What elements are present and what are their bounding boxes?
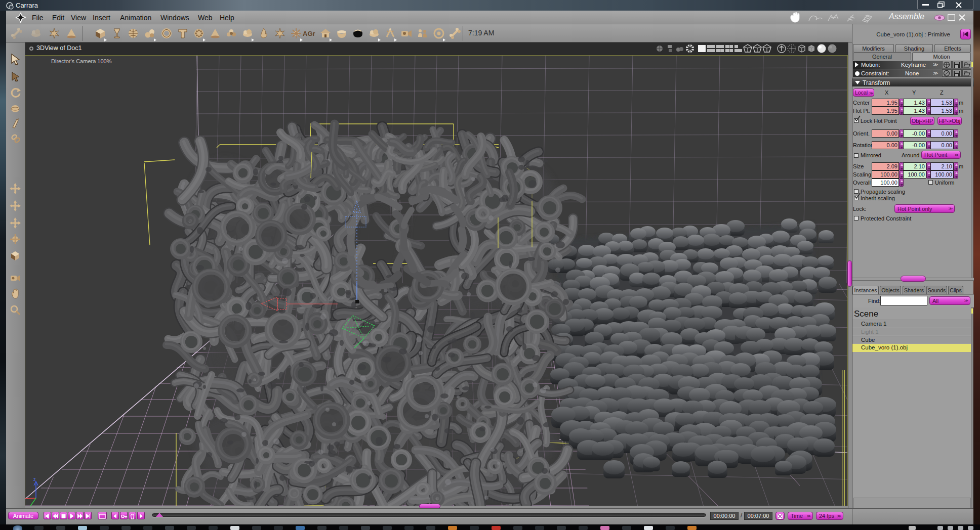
- svg-text:Director's Camera 100%: Director's Camera 100%: [51, 58, 112, 64]
- svg-text:z: z: [33, 477, 36, 482]
